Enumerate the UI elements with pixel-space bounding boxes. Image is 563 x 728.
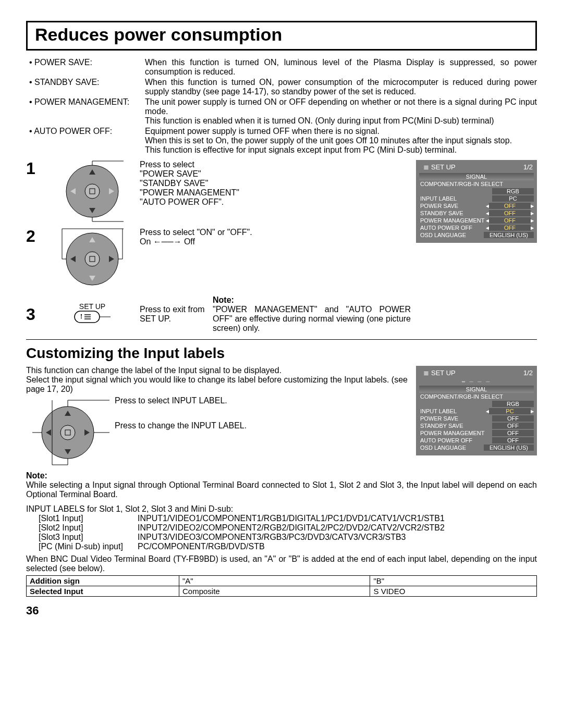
setup-button-diagram: SET UP xyxy=(48,302,137,326)
osd-signal-bar: SIGNAL xyxy=(419,173,534,180)
osd-row-label: COMPONENT/RGB-IN SELECT xyxy=(419,181,534,187)
osd-row-label: COMPONENT/RGB-IN SELECT xyxy=(419,393,534,400)
osd-row-label: AUTO POWER OFF xyxy=(419,225,486,231)
osd-row-label: INPUT LABEL xyxy=(419,408,486,414)
osd-signal-bar: SIGNAL xyxy=(419,386,534,393)
osd-row-value: PC xyxy=(492,195,534,202)
label-key: [Slot1 Input] xyxy=(39,514,138,523)
menu-icon: ≣ xyxy=(423,369,429,377)
def-label: • POWER MANAGEMENT: xyxy=(26,97,145,107)
def-text: When this is set to On, the power supply… xyxy=(145,136,537,145)
osd-row-label: POWER MANAGEMENT xyxy=(419,430,492,436)
def-text: The unit power supply is turned ON or OF… xyxy=(145,97,537,116)
svg-point-1 xyxy=(85,184,100,199)
osd-title: SET UP xyxy=(431,163,456,171)
note-text: "POWER MANAGEMENT" and "AUTO POWER OFF" … xyxy=(213,305,411,333)
setup-button-label: SET UP xyxy=(48,302,137,311)
step-text: "POWER SAVE" xyxy=(140,169,411,179)
label-value: INPUT3/VIDEO3/COMPONENT3/RGB3/PC3/DVD3/C… xyxy=(138,533,406,542)
dpad-diagram xyxy=(26,396,115,471)
label-value: INPUT2/VIDEO2/COMPONENT2/RGB2/DIGITAL2/P… xyxy=(138,523,445,533)
step-text: "STANDBY SAVE" xyxy=(140,179,411,188)
def-text: This function is effective for input sig… xyxy=(145,145,537,155)
section2-title: Customizing the Input labels xyxy=(26,345,537,362)
osd-row-value: OFF xyxy=(489,210,531,216)
def-text: When this function is turned ON, power c… xyxy=(145,78,537,96)
label-value: PC/COMPONENT/RGB/DVD/STB xyxy=(138,542,265,551)
osd-row-value: OFF xyxy=(492,437,534,443)
osd-row-label: OSD LANGUAGE xyxy=(419,232,484,238)
step-3: 3 SET UP Press to exit from SET UP. Note… xyxy=(26,295,411,333)
step-text: Press to select xyxy=(140,160,411,169)
page-number: 36 xyxy=(26,604,537,618)
osd-row-value: OFF xyxy=(492,415,534,422)
step-number: 3 xyxy=(26,306,48,323)
def-label: • STANDBY SAVE: xyxy=(26,78,145,87)
def-text: Equipment power supply is turned OFF whe… xyxy=(145,127,537,136)
step-text: Press to change the INPUT LABEL. xyxy=(115,421,411,430)
osd-page: 1/2 xyxy=(523,369,533,377)
bnc-text: When BNC Dual Video Terminal Board (TY-F… xyxy=(26,554,537,573)
labels-heading: INPUT LABELS for Slot 1, Slot 2, Slot 3 … xyxy=(26,504,537,514)
step-text: "AUTO POWER OFF". xyxy=(140,198,411,207)
step-number: 1 xyxy=(26,160,48,177)
osd-row-label: POWER SAVE xyxy=(419,203,486,209)
label-key: [PC (Mini D-sub) input] xyxy=(39,542,138,551)
label-value: INPUT1/VIDEO1/COMPONENT1/RGB1/DIGITAL1/P… xyxy=(138,514,445,523)
def-label: • POWER SAVE: xyxy=(26,58,145,67)
step-text: Press to exit from SET UP. xyxy=(137,305,213,324)
osd-row-value: OFF xyxy=(489,225,531,231)
osd-page: 1/2 xyxy=(523,163,533,171)
note-text: While selecting a Input signal through O… xyxy=(26,480,537,499)
osd-row-label: AUTO POWER OFF xyxy=(419,437,492,443)
label-key: [Slot3 Input] xyxy=(39,533,138,542)
step-text: Press to select "ON" or "OFF". xyxy=(140,228,411,237)
table-cell: S VIDEO xyxy=(370,586,537,597)
table-cell: Composite xyxy=(179,586,370,597)
step-text: On ←──→ Off xyxy=(140,237,411,246)
def-label: • AUTO POWER OFF: xyxy=(26,127,145,136)
osd-setup-menu: ≣SET UP 1/2 SIGNAL COMPONENT/RGB-IN SELE… xyxy=(416,160,537,243)
osd-setup-menu-2: ≣SET UP 1/2 ━ ─ ─ ─ SIGNAL COMPONENT/RGB… xyxy=(416,366,537,455)
input-labels-list: [Slot1 Input]INPUT1/VIDEO1/COMPONENT1/RG… xyxy=(39,514,537,551)
osd-title: SET UP xyxy=(431,369,456,377)
step-text: Press to select INPUT LABEL. xyxy=(115,396,411,405)
step-text: "POWER MANAGEMENT" xyxy=(140,188,411,198)
osd-row-value: OFF xyxy=(492,423,534,429)
intro-text: This function can change the label of th… xyxy=(26,366,411,375)
table-cell: "B" xyxy=(370,576,537,586)
addition-sign-table: Addition sign "A" "B" Selected Input Com… xyxy=(26,575,537,597)
osd-row-label: INPUT LABEL xyxy=(419,195,492,202)
step-1: 1 Press to select "POWER xyxy=(26,160,411,225)
table-cell: Addition sign xyxy=(27,576,179,586)
osd-row-value: ENGLISH (US) xyxy=(484,445,534,451)
divider xyxy=(26,339,537,340)
osd-row-value: RGB xyxy=(492,188,534,194)
osd-row-label: STANDBY SAVE xyxy=(419,210,486,216)
def-text: When this function is turned ON, luminou… xyxy=(145,58,537,77)
osd-row-label: POWER SAVE xyxy=(419,415,492,422)
osd-row-value: ENGLISH (US) xyxy=(484,232,534,238)
dpad-diagram xyxy=(48,160,137,225)
dpad-diagram xyxy=(48,228,137,292)
svg-point-8 xyxy=(85,252,100,266)
osd-row-value: OFF xyxy=(489,203,531,209)
osd-row-label: OSD LANGUAGE xyxy=(419,445,484,451)
osd-row-value: OFF xyxy=(492,430,534,436)
osd-row-label: STANDBY SAVE xyxy=(419,423,492,429)
note-heading: Note: xyxy=(26,471,537,480)
intro-text: Select the input signal which you would … xyxy=(26,375,411,394)
menu-icon: ≣ xyxy=(423,163,429,171)
section-title: Reduces power consumption xyxy=(35,24,528,45)
note-heading: Note: xyxy=(213,295,411,305)
osd-row-value: OFF xyxy=(489,217,531,224)
def-text: This function is enabled when it is turn… xyxy=(145,116,537,126)
section-title-box: Reduces power consumption xyxy=(26,21,537,51)
svg-point-16 xyxy=(81,314,82,315)
label-key: [Slot2 Input] xyxy=(39,523,138,533)
table-cell: "A" xyxy=(179,576,370,586)
definitions-list: • POWER SAVE: When this function is turn… xyxy=(26,58,537,155)
table-cell: Selected Input xyxy=(27,586,179,597)
osd-row-value: RGB xyxy=(492,401,534,407)
step-number: 2 xyxy=(26,228,48,244)
